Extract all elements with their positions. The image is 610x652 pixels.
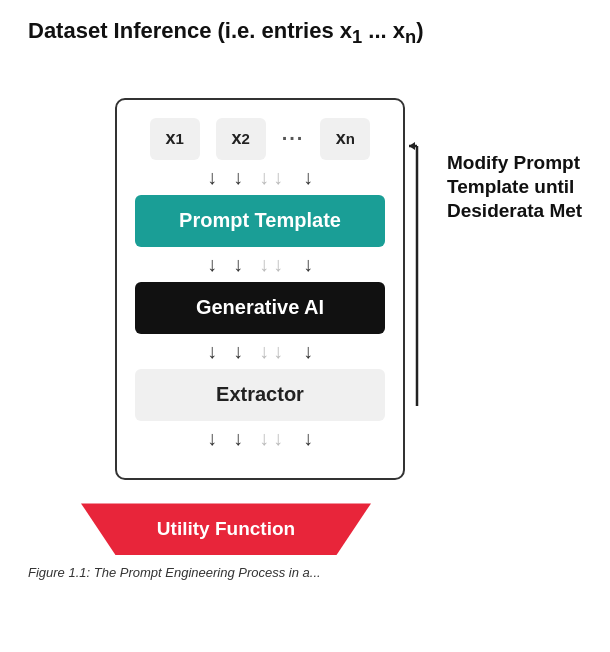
arrow-p4: ↓ [303,253,313,276]
arrows-row-4: ↓ ↓ ↓ ↓ ↓ [207,427,313,450]
arrow-e2: ↓ [233,427,243,450]
extractor-label: Extractor [216,383,304,406]
prompt-template-block: Prompt Template [135,195,385,247]
arrow-edots-1: ↓ [259,427,269,450]
svg-marker-1 [409,142,415,150]
arrow-1: ↓ [207,166,217,189]
generative-ai-block: Generative AI [135,282,385,334]
page-container: Dataset Inference (i.e. entries x1 ... x… [0,0,610,652]
arrow-e1: ↓ [207,427,217,450]
figure-caption: Figure 1.1: The Prompt Engineering Proce… [28,565,321,580]
arrow-a2: ↓ [233,340,243,363]
entries-row: x1 x2 ··· xn [150,118,371,160]
entry-x1: x1 [150,118,200,160]
utility-function-label: Utility Function [157,518,295,540]
diagram-area: x1 x2 ··· xn ↓ ↓ ↓ ↓ ↓ Prompt Template [115,66,495,511]
arrows-row-1: ↓ ↓ ↓ ↓ ↓ [207,166,313,189]
arrow-dots-1: ↓ [259,166,269,189]
arrow-p1: ↓ [207,253,217,276]
prompt-template-label: Prompt Template [179,209,341,232]
modify-label: Modify PromptTemplate untilDesiderata Me… [447,151,610,222]
arrow-a1: ↓ [207,340,217,363]
arrow-a4: ↓ [303,340,313,363]
utility-container: Utility Function [81,503,371,555]
feedback-arrow-svg [405,66,495,456]
arrow-4: ↓ [303,166,313,189]
arrow-edots-2: ↓ [273,427,283,450]
generative-ai-label: Generative AI [196,296,324,319]
arrow-pdots-2: ↓ [273,253,283,276]
utility-function-block: Utility Function [81,503,371,555]
arrow-pdots-1: ↓ [259,253,269,276]
entry-xn: xn [320,118,370,160]
arrow-2: ↓ [233,166,243,189]
pipeline-box: x1 x2 ··· xn ↓ ↓ ↓ ↓ ↓ Prompt Template [115,98,405,480]
arrow-adots-2: ↓ [273,340,283,363]
arrow-dots-2: ↓ [273,166,283,189]
arrow-e4: ↓ [303,427,313,450]
arrows-row-2: ↓ ↓ ↓ ↓ ↓ [207,253,313,276]
arrows-row-3: ↓ ↓ ↓ ↓ ↓ [207,340,313,363]
arrow-adots-1: ↓ [259,340,269,363]
entries-dots: ··· [282,127,305,150]
arrow-p2: ↓ [233,253,243,276]
entry-x2: x2 [216,118,266,160]
page-title: Dataset Inference (i.e. entries x1 ... x… [28,18,424,48]
extractor-block: Extractor [135,369,385,421]
right-side: Modify PromptTemplate untilDesiderata Me… [405,66,495,456]
